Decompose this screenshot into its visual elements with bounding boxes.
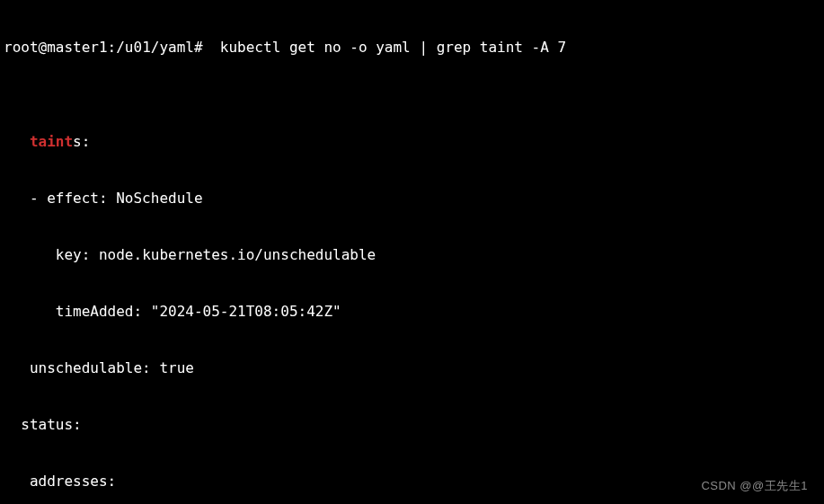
prompt-userhost: root@master1 (4, 39, 108, 56)
terminal-output: root@master1:/u01/yaml# kubectl get no -… (0, 0, 824, 504)
unsched-line: unschedulable: true (4, 358, 820, 377)
prompt-command: kubectl get no -o yaml | grep taint -A 7 (220, 39, 566, 56)
prompt-path: :/u01/yaml# (108, 39, 203, 56)
key-line: key: node.kubernetes.io/unschedulable (4, 245, 820, 264)
addresses-line: addresses: (4, 472, 820, 491)
status-line: status: (4, 415, 820, 434)
time-line: timeAdded: "2024-05-21T08:05:42Z" (4, 302, 820, 321)
effect-line: - effect: NoSchedule (4, 189, 820, 208)
taints-line: taints: (4, 132, 820, 151)
watermark: CSDN @@王先生1 (701, 476, 808, 495)
grep-highlight: taint (30, 133, 73, 150)
prompt-line: root@master1:/u01/yaml# kubectl get no -… (4, 38, 820, 57)
